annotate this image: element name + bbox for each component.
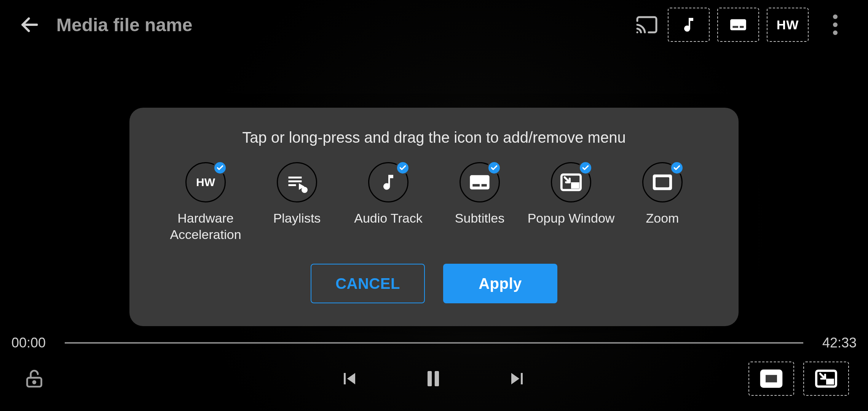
svg-rect-21 bbox=[571, 182, 579, 189]
playlist-play-icon bbox=[286, 171, 308, 194]
option-label: Audio Track bbox=[354, 210, 423, 226]
check-icon bbox=[490, 164, 498, 172]
option-icon-circle bbox=[368, 162, 408, 202]
option-label: Playlists bbox=[273, 210, 321, 226]
customize-menu-dialog: Tap or long-press and drag the icon to a… bbox=[129, 108, 739, 326]
option-popup-window[interactable]: Popup Window bbox=[527, 162, 615, 242]
svg-rect-23 bbox=[656, 177, 669, 187]
dialog-button-row: CANCEL Apply bbox=[160, 264, 708, 303]
hw-icon-text: HW bbox=[196, 176, 215, 189]
dialog-instructions: Tap or long-press and drag the icon to a… bbox=[160, 129, 708, 146]
option-icon-circle: HW bbox=[185, 162, 226, 202]
check-icon bbox=[216, 164, 224, 172]
check-badge bbox=[579, 161, 592, 175]
cancel-button[interactable]: CANCEL bbox=[311, 264, 425, 303]
option-hardware-acceleration[interactable]: HW Hardware Acceleration bbox=[162, 162, 249, 242]
dialog-scrim: Tap or long-press and drag the icon to a… bbox=[0, 0, 868, 411]
apply-button[interactable]: Apply bbox=[443, 264, 557, 303]
option-subtitles[interactable]: Subtitles bbox=[436, 162, 523, 242]
option-label: Hardware Acceleration bbox=[162, 210, 249, 242]
dialog-options-row: HW Hardware Acceleration Playlists bbox=[160, 162, 708, 242]
option-icon-circle bbox=[551, 162, 591, 202]
option-icon-circle bbox=[642, 162, 683, 202]
option-label: Subtitles bbox=[455, 210, 504, 226]
svg-rect-19 bbox=[482, 184, 487, 187]
svg-rect-17 bbox=[470, 175, 489, 189]
subtitles-icon bbox=[469, 173, 490, 191]
option-icon-circle bbox=[277, 162, 317, 202]
picture-in-picture-icon bbox=[560, 173, 582, 191]
check-badge bbox=[213, 161, 227, 175]
check-badge bbox=[396, 161, 410, 175]
svg-rect-18 bbox=[472, 184, 480, 187]
option-icon-circle bbox=[460, 162, 500, 202]
svg-point-16 bbox=[302, 187, 308, 193]
option-audio-track[interactable]: Audio Track bbox=[345, 162, 432, 242]
option-playlists[interactable]: Playlists bbox=[253, 162, 341, 242]
check-badge bbox=[670, 161, 684, 175]
check-icon bbox=[582, 164, 589, 172]
check-icon bbox=[399, 164, 407, 172]
check-icon bbox=[673, 164, 681, 172]
music-note-icon bbox=[378, 172, 398, 192]
option-zoom[interactable]: Zoom bbox=[619, 162, 706, 242]
zoom-rect-icon bbox=[651, 173, 674, 191]
option-label: Zoom bbox=[646, 210, 679, 226]
option-label: Popup Window bbox=[528, 210, 615, 226]
check-badge bbox=[487, 161, 501, 175]
